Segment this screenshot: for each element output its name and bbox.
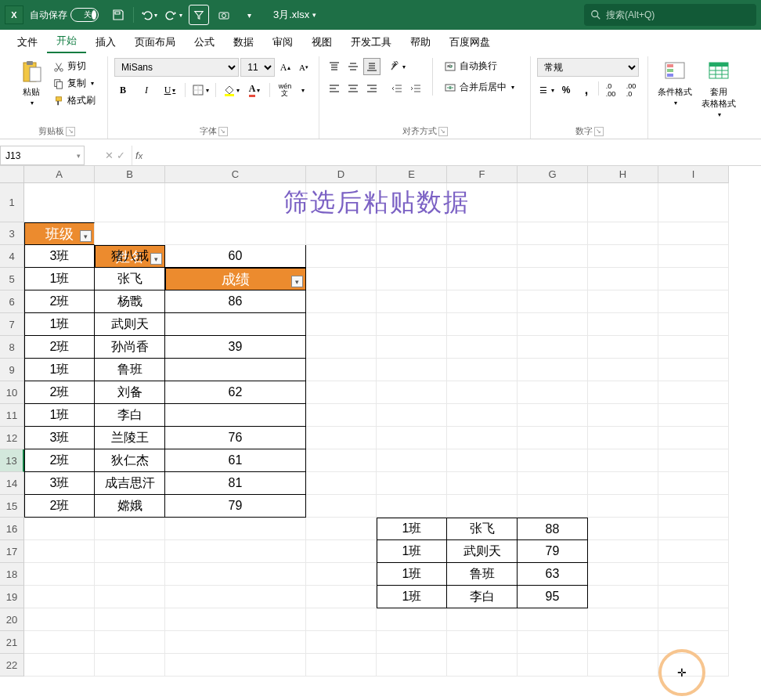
increase-font-button[interactable]: A▴ (276, 59, 294, 76)
cell-I22[interactable] (658, 654, 729, 677)
cells-area[interactable]: 筛选后粘贴数据班级▾姓名▾成绩▾3班猪八戒601班张飞2班杨戬861班武则天2班… (24, 183, 165, 251)
tab-file[interactable]: 文件 (8, 31, 47, 53)
cell-C3[interactable] (165, 222, 306, 245)
cell-F18[interactable]: 鲁班 (447, 563, 518, 586)
accounting-format-button[interactable]: ☰▾ (537, 81, 554, 99)
column-header-F[interactable]: F (447, 166, 518, 183)
cell-D4[interactable] (306, 245, 377, 268)
cell-H6[interactable] (588, 290, 658, 313)
cell-D22[interactable] (306, 654, 377, 677)
cell-E9[interactable] (377, 359, 447, 381)
cell-D3[interactable] (306, 222, 377, 245)
cell-A11[interactable]: 1班 (24, 404, 95, 427)
cell-C14[interactable]: 81 (165, 472, 306, 495)
tab-formulas[interactable]: 公式 (185, 31, 224, 53)
row-header-3[interactable]: 3 (0, 222, 24, 245)
row-header-7[interactable]: 7 (0, 313, 24, 336)
column-header-I[interactable]: I (658, 166, 729, 183)
cell-C17[interactable] (165, 540, 306, 563)
cell-E19[interactable]: 1班 (377, 586, 447, 608)
tab-developer[interactable]: 开发工具 (341, 31, 401, 53)
cell-G20[interactable] (518, 608, 588, 631)
cell-G5[interactable] (518, 268, 588, 290)
undo-button[interactable]: ▾ (139, 5, 159, 25)
formula-input[interactable] (146, 146, 761, 165)
cell-F20[interactable] (447, 608, 518, 631)
cell-I17[interactable] (658, 540, 729, 563)
cell-D19[interactable] (306, 586, 377, 608)
cell-F7[interactable] (447, 313, 518, 336)
cell-C8[interactable]: 39 (165, 336, 306, 359)
cell-A10[interactable]: 2班 (24, 381, 95, 404)
decrease-indent-button[interactable] (388, 80, 406, 97)
cell-I13[interactable] (658, 449, 729, 472)
cell-D16[interactable] (306, 518, 377, 540)
cell-E13[interactable] (377, 449, 447, 472)
cell-I8[interactable] (658, 336, 729, 359)
column-header-D[interactable]: D (306, 166, 377, 183)
increase-decimal-button[interactable]: .0.00 (602, 81, 619, 99)
cell-B15[interactable]: 嫦娥 (95, 495, 165, 518)
decrease-decimal-button[interactable]: .00.0 (622, 81, 640, 99)
cell-B19[interactable] (95, 586, 165, 608)
cell-H12[interactable] (588, 427, 658, 449)
cell-B22[interactable] (95, 654, 165, 677)
clipboard-dialog-launcher[interactable]: ↘ (66, 127, 75, 136)
number-dialog-launcher[interactable]: ↘ (594, 127, 604, 136)
comma-button[interactable]: , (578, 81, 595, 99)
tab-help[interactable]: 帮助 (401, 31, 440, 53)
cell-A8[interactable]: 2班 (24, 336, 95, 359)
tab-data[interactable]: 数据 (224, 31, 263, 53)
cell-E7[interactable] (377, 313, 447, 336)
cell-E11[interactable] (377, 404, 447, 427)
cell-G6[interactable] (518, 290, 588, 313)
cell-C13[interactable]: 61 (165, 449, 306, 472)
autosave-switch[interactable]: 关 (70, 8, 99, 22)
cell-D14[interactable] (306, 472, 377, 495)
cell-D7[interactable] (306, 313, 377, 336)
cell-C18[interactable] (165, 563, 306, 586)
row-header-6[interactable]: 6 (0, 290, 24, 313)
tab-home[interactable]: 开始 (47, 29, 86, 53)
cell-C7[interactable] (165, 313, 306, 336)
cell-B6[interactable]: 杨戬 (95, 290, 165, 313)
cell-F8[interactable] (447, 336, 518, 359)
cell-E21[interactable] (377, 631, 447, 654)
number-format-select[interactable]: 常规 (537, 58, 639, 77)
tab-insert[interactable]: 插入 (86, 31, 125, 53)
format-painter-button[interactable]: 格式刷 (50, 92, 99, 109)
bold-button[interactable]: B (114, 81, 132, 99)
cell-H18[interactable] (588, 563, 658, 586)
cell-G11[interactable] (518, 404, 588, 427)
align-middle-button[interactable] (344, 58, 362, 75)
cell-G14[interactable] (518, 472, 588, 495)
cell-C22[interactable] (165, 654, 306, 677)
cell-F5[interactable] (447, 268, 518, 290)
cell-F12[interactable] (447, 427, 518, 449)
font-color-button[interactable]: A▾ (246, 81, 263, 99)
wrap-text-button[interactable]: ab自动换行 (441, 58, 518, 74)
cell-I5[interactable] (658, 268, 729, 290)
row-header-15[interactable]: 15 (0, 495, 24, 518)
cell-C20[interactable] (165, 608, 306, 631)
paste-button[interactable]: 粘贴 ▾ (16, 58, 47, 108)
cell-C21[interactable] (165, 631, 306, 654)
cell-B16[interactable] (95, 518, 165, 540)
conditional-formatting-button[interactable]: 条件格式▾ (655, 58, 695, 108)
cell-C11[interactable] (165, 404, 306, 427)
cell-E5[interactable] (377, 268, 447, 290)
cell-C19[interactable] (165, 586, 306, 608)
cell-I9[interactable] (658, 359, 729, 381)
search-box[interactable]: 搜索(Alt+Q) (584, 4, 756, 26)
cell-G3[interactable] (518, 222, 588, 245)
column-header-E[interactable]: E (377, 166, 447, 183)
row-header-18[interactable]: 18 (0, 563, 24, 586)
merge-center-button[interactable]: 合并后居中▾ (441, 79, 518, 96)
enter-formula-button[interactable]: ✓ (117, 150, 125, 161)
cell-C6[interactable]: 86 (165, 290, 306, 313)
cell-E10[interactable] (377, 381, 447, 404)
cell-H20[interactable] (588, 608, 658, 631)
cell-B14[interactable]: 成吉思汗 (95, 472, 165, 495)
cell-D8[interactable] (306, 336, 377, 359)
cell-F15[interactable] (447, 495, 518, 518)
